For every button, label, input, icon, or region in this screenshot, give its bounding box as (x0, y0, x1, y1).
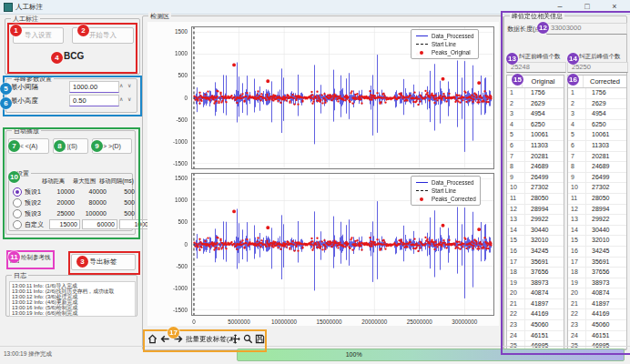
row-index: 18 (507, 268, 525, 278)
table-row[interactable]: 2141897 (568, 299, 626, 310)
table-row[interactable]: 1634245 (568, 247, 626, 258)
table-row[interactable]: 926499 (568, 173, 626, 184)
batch-change-label-button[interactable]: 批量更改标签(Z) (186, 335, 236, 344)
table-row[interactable]: 1938973 (507, 278, 564, 289)
progress-label: 100% (346, 349, 362, 360)
table-row[interactable]: 611303 (507, 141, 564, 152)
table-row[interactable]: 926499 (507, 173, 564, 184)
table-row[interactable]: 1837656 (568, 268, 626, 278)
table-row[interactable]: 824689 (568, 162, 626, 173)
table-row[interactable]: 1735691 (568, 258, 626, 268)
legend-label: Start Line (432, 187, 456, 195)
table-row[interactable]: 34954 (507, 109, 564, 120)
table-row[interactable]: 34954 (568, 109, 626, 120)
radio-preset3[interactable] (13, 209, 22, 218)
peak-value: 46151 (586, 331, 626, 341)
table-row[interactable]: 1228994 (568, 205, 626, 216)
close-button[interactable]: × (603, 0, 626, 14)
table-row[interactable]: 46250 (568, 120, 626, 131)
min-height-spin-up-icon[interactable]: ∧ (119, 94, 123, 105)
table-row[interactable]: 22629 (507, 99, 564, 110)
radio-preset1[interactable] (13, 187, 22, 197)
table-row[interactable]: 1128050 (568, 194, 626, 205)
table-row[interactable]: 2040874 (507, 288, 564, 299)
legend-label: Peaks_Corrected (432, 195, 476, 203)
table-row[interactable]: 22629 (568, 99, 626, 110)
x-tick-label: 15000000 (310, 318, 350, 325)
y-tick-label: 1000 (164, 197, 188, 203)
y-tick-label: 0 (164, 241, 188, 248)
min-interval-input[interactable]: 1000.00 (69, 81, 119, 93)
table-row[interactable]: 1634245 (507, 247, 564, 258)
table-row[interactable]: 2141897 (507, 299, 564, 310)
y-tick-label: 1500 (164, 28, 188, 35)
table-row[interactable]: 2244169 (507, 309, 564, 320)
table-row[interactable]: 1329922 (507, 215, 564, 226)
table-row[interactable]: 11756 (507, 88, 564, 99)
table-row[interactable]: 2446151 (568, 331, 626, 342)
custom-distance-input[interactable]: 15000 (49, 219, 80, 229)
table-row[interactable]: 1430440 (507, 226, 564, 237)
row-index: 14 (507, 226, 525, 236)
table-row[interactable]: 611303 (568, 141, 626, 152)
min-interval-spin-up-icon[interactable]: ∧ (119, 80, 123, 91)
table-row[interactable]: 1128050 (507, 194, 564, 205)
annotation-marker-2: 2 (77, 25, 89, 36)
row-index: 3 (507, 109, 525, 119)
table-row[interactable]: 510061 (507, 130, 564, 141)
save-icon[interactable] (254, 333, 266, 345)
radio-custom[interactable] (13, 220, 22, 229)
min-interval-spin-down-icon[interactable]: ∨ (127, 80, 131, 91)
legend-entry: Peaks_Original (415, 48, 474, 56)
table-row[interactable]: 824689 (507, 162, 564, 173)
table-row[interactable]: 720281 (568, 152, 626, 163)
peak-params-group-title: 寻峰参数设置 (12, 75, 54, 83)
min-height-input[interactable]: 0.50 (69, 95, 119, 106)
table-row[interactable]: 11756 (568, 88, 626, 99)
zoom-icon[interactable] (242, 333, 254, 345)
row-index: 17 (568, 258, 586, 268)
table-row[interactable]: 1837656 (507, 268, 564, 278)
table-row[interactable]: 1228994 (507, 205, 564, 216)
log-textarea[interactable]: 13:00:11 Info: (1/6)导入完成 13:00:11 Info: … (9, 281, 136, 317)
signal-type-label: BCG (64, 51, 84, 61)
custom-range-input[interactable]: 60000 (82, 219, 117, 229)
autoplay-settings-group: 设置 移动距离 最大范围 移动间隔(ms) 预设1 10000 40000 50… (8, 173, 133, 231)
table-row[interactable]: 46250 (507, 120, 564, 131)
table-row[interactable]: 510061 (568, 130, 626, 141)
peak-value: 45060 (586, 320, 626, 330)
min-height-spin-down-icon[interactable]: ∨ (127, 94, 131, 105)
x-tick-label: 30000000 (444, 318, 484, 325)
table-row[interactable]: 720281 (507, 152, 564, 163)
original-header-label[interactable]: Original (523, 76, 564, 87)
corrected-header-label[interactable]: Corrected (584, 76, 626, 87)
col-interval-header: 移动间隔(ms) (99, 177, 134, 186)
row-index: 18 (568, 268, 586, 278)
peak-value: 40874 (525, 288, 564, 298)
table-row[interactable]: 1027302 (568, 183, 626, 194)
row-index: 10 (507, 183, 525, 193)
table-row[interactable]: 1532010 (568, 236, 626, 247)
pan-icon[interactable] (229, 333, 241, 345)
x-tick-label: 25000000 (400, 318, 440, 325)
home-icon[interactable] (147, 333, 158, 345)
table-row[interactable]: 2244169 (568, 309, 626, 320)
radio-preset2[interactable] (13, 198, 22, 207)
preset2-interval: 500 (107, 199, 135, 206)
preset3-distance: 25000 (47, 210, 75, 217)
table-row[interactable]: 2040874 (568, 288, 626, 299)
table-row[interactable]: 1329922 (568, 215, 626, 226)
legend-dot-swatch (420, 197, 423, 201)
table-row[interactable]: 1430440 (568, 226, 626, 237)
peak-value: 38973 (586, 278, 626, 288)
table-row[interactable]: 1938973 (568, 278, 626, 289)
table-row[interactable]: 2345060 (568, 320, 626, 331)
maximize-button[interactable]: □ (575, 0, 599, 14)
table-row[interactable]: 1735691 (507, 258, 564, 268)
peak-value: 2629 (525, 99, 564, 109)
table-row[interactable]: 1532010 (507, 236, 564, 247)
table-row[interactable]: 1027302 (507, 183, 564, 194)
table-row[interactable]: 2446151 (507, 331, 564, 342)
table-row[interactable]: 2345060 (507, 320, 564, 331)
peak-value: 20281 (525, 152, 564, 162)
